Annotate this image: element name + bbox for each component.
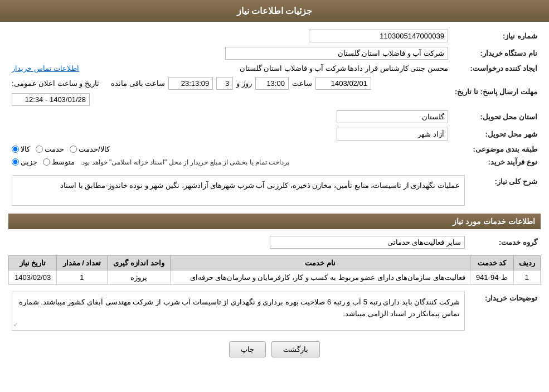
category-label-kala: کالا — [21, 145, 30, 153]
services-table-header: ردیف کد خدمت نام خدمت واحد اندازه گیری ت… — [9, 256, 541, 270]
cell-unit: پروژه — [107, 270, 171, 285]
cell-quantity: 1 — [57, 270, 107, 285]
city-row: شهر محل تحویل: آزاد شهر — [8, 125, 541, 143]
col-row: ردیف — [513, 256, 540, 270]
buyer-notes-label: توضیحات خریدار: — [468, 289, 541, 333]
print-button[interactable]: چاپ — [229, 341, 266, 357]
process-option-jozyi[interactable]: جزیی — [12, 158, 37, 166]
col-unit: واحد اندازه گیری — [107, 256, 171, 270]
col-code: کد خدمت — [470, 256, 514, 270]
deadline-row: مهلت ارسال پاسخ: تا تاریخ: 1403/02/01 سا… — [8, 75, 541, 108]
col-date: تاریخ نیاز — [9, 256, 57, 270]
cell-code: ط-94-941 — [470, 270, 514, 285]
process-option-mutavassit[interactable]: متوسط — [43, 158, 75, 166]
col-quantity: تعداد / مقدار — [57, 256, 107, 270]
category-label-kala-khadmat: کالا/خدمت — [79, 145, 110, 153]
creator-label: ایجاد کننده درخواست: — [451, 62, 541, 75]
deadline-days-label: روز و — [236, 79, 252, 88]
category-label: طبقه بندی موضوعی: — [451, 143, 541, 156]
process-radio-mutavassit[interactable] — [43, 158, 50, 166]
category-radio-kala[interactable] — [12, 146, 19, 153]
back-button[interactable]: بازگشت — [271, 341, 320, 357]
category-radio-khadmat[interactable] — [36, 146, 43, 153]
page-wrapper: جزئیات اطلاعات نیاز شماره نیاز: 11030051… — [0, 0, 549, 392]
cell-row: 1 — [513, 270, 540, 285]
need-number-label: شماره نیاز: — [451, 27, 541, 45]
table-row: 1 ط-94-941 فعالیت‌های سازمان‌های دارای ع… — [9, 270, 541, 285]
process-note: پرداخت تمام یا بخشی از مبلغ خریدار از مح… — [80, 158, 289, 166]
services-section-title: اطلاعات خدمات مورد نیاز — [8, 214, 541, 229]
buyer-notes-row: توضیحات خریدار: شرکت کنندگان باید دارای … — [8, 289, 541, 333]
col-name: نام خدمت — [171, 256, 470, 270]
org-name-value: شرکت آب و فاضلاب استان گلستان — [8, 45, 451, 62]
category-cell: کالا/خدمت خدمت کالا — [8, 143, 451, 156]
service-group-row: گروه خدمت: سایر فعالیت‌های خدماتی — [8, 234, 541, 251]
header-title: جزئیات اطلاعات نیاز — [237, 6, 313, 16]
process-label-jozyi: جزیی — [21, 158, 37, 166]
category-option-kala-khadmat[interactable]: کالا/خدمت — [70, 145, 110, 153]
content-area: شماره نیاز: 1103005147000039 نام دستگاه … — [0, 22, 549, 369]
city-label: شهر محل تحویل: — [451, 125, 541, 143]
province-input: گلستان — [337, 110, 448, 123]
creator-text: محسن جنتی کارشناس قرار دادها شرکت آب و ف… — [240, 64, 448, 72]
description-table: شرح کلی نیاز: عملیات نگهداری از تاسیسات،… — [8, 173, 541, 208]
description-label: شرح کلی نیاز: — [468, 173, 541, 208]
creator-link[interactable]: اطلاعات تماس خریدار — [12, 64, 79, 72]
deadline-time-label: ساعت — [292, 79, 312, 88]
services-table: ردیف کد خدمت نام خدمت واحد اندازه گیری ت… — [8, 255, 541, 285]
description-row: شرح کلی نیاز: عملیات نگهداری از تاسیسات،… — [8, 173, 541, 208]
creator-link-cell[interactable]: اطلاعات تماس خریدار — [8, 62, 124, 75]
creator-value: محسن جنتی کارشناس قرار دادها شرکت آب و ف… — [124, 62, 451, 75]
main-info-table: شماره نیاز: 1103005147000039 نام دستگاه … — [8, 27, 541, 168]
process-label-mutavassit: متوسط — [52, 158, 75, 166]
cell-date: 1403/02/03 — [9, 270, 57, 285]
process-radio-jozyi[interactable] — [12, 158, 19, 166]
creator-row: ایجاد کننده درخواست: محسن جنتی کارشناس ق… — [8, 62, 541, 75]
province-value: گلستان — [8, 108, 451, 125]
category-label-khadmat: خدمت — [45, 145, 64, 153]
province-label: استان محل تحویل: — [451, 108, 541, 125]
deadline-remaining-label: ساعت باقی مانده — [111, 79, 165, 88]
announce-label: تاریخ و ساعت اعلان عمومی: — [12, 79, 99, 88]
process-row: نوع فرآیند خرید: پرداخت تمام یا بخشی از … — [8, 156, 541, 168]
page-header: جزئیات اطلاعات نیاز — [0, 0, 549, 22]
buttons-row: بازگشت چاپ — [8, 341, 541, 357]
deadline-cell: 1403/02/01 ساعت 13:00 روز و 3 23:13:09 س… — [8, 75, 451, 108]
buyer-notes-text: شرکت کنندگان باید دارای رتبه 5 آب و رتبه… — [19, 298, 460, 318]
buyer-notes-table: توضیحات خریدار: شرکت کنندگان باید دارای … — [8, 289, 541, 333]
resize-handle: ↙ — [13, 320, 18, 329]
deadline-date: 1403/02/01 — [315, 77, 371, 90]
description-value-cell: عملیات نگهداری از تاسیسات، منابع تأمین، … — [8, 173, 468, 208]
need-number-row: شماره نیاز: 1103005147000039 — [8, 27, 541, 45]
deadline-days: 3 — [216, 77, 233, 90]
service-group-label: گروه خدمت: — [468, 234, 541, 251]
deadline-time: 13:00 — [255, 77, 289, 90]
org-name-row: نام دستگاه خریدار: شرکت آب و فاضلاب استا… — [8, 45, 541, 62]
province-row: استان محل تحویل: گلستان — [8, 108, 541, 125]
buyer-notes-value-cell: شرکت کنندگان باید دارای رتبه 5 آب و رتبه… — [8, 289, 468, 333]
category-radio-kala-khadmat[interactable] — [70, 146, 77, 153]
city-value: آزاد شهر — [8, 125, 451, 143]
service-group-table: گروه خدمت: سایر فعالیت‌های خدماتی — [8, 234, 541, 251]
category-option-kala[interactable]: کالا — [12, 145, 30, 153]
category-option-khadmat[interactable]: خدمت — [36, 145, 64, 153]
city-input: آزاد شهر — [337, 128, 448, 141]
description-value: عملیات نگهداری از تاسیسات، منابع تأمین، … — [12, 175, 465, 206]
cell-name: فعالیت‌های سازمان‌های دارای عضو مربوط به… — [171, 270, 470, 285]
org-name-label: نام دستگاه خریدار: — [451, 45, 541, 62]
need-number-value: 1103005147000039 — [141, 27, 451, 45]
description-section: شرح کلی نیاز: عملیات نگهداری از تاسیسات،… — [8, 173, 541, 208]
deadline-label: مهلت ارسال پاسخ: تا تاریخ: — [451, 75, 541, 108]
process-label: نوع فرآیند خرید: — [451, 156, 541, 168]
service-group-input: سایر فعالیت‌های خدماتی — [270, 236, 465, 249]
process-cell: پرداخت تمام یا بخشی از مبلغ خریدار از مح… — [8, 156, 451, 168]
category-row: طبقه بندی موضوعی: کالا/خدمت خدمت — [8, 143, 541, 156]
announce-value: 1403/01/28 - 12:34 — [12, 93, 90, 106]
org-name-input: شرکت آب و فاضلاب استان گلستان — [225, 47, 448, 60]
need-number-input: 1103005147000039 — [309, 30, 448, 42]
service-group-value: سایر فعالیت‌های خدماتی — [8, 234, 468, 251]
deadline-remaining: 23:13:09 — [168, 77, 213, 90]
buyer-notes-value: شرکت کنندگان باید دارای رتبه 5 آب و رتبه… — [12, 292, 465, 331]
